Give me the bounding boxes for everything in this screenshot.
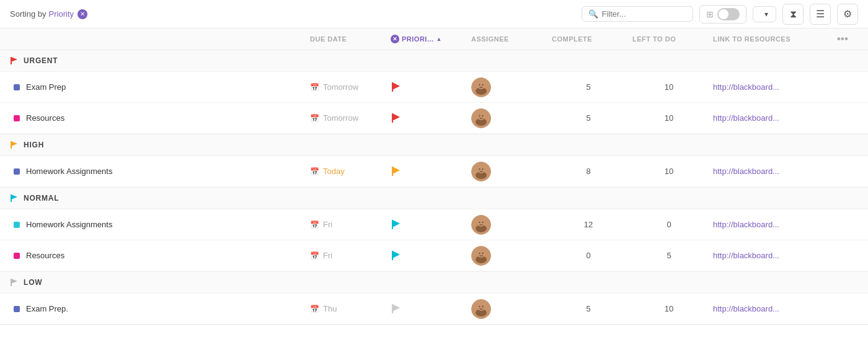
filter-button[interactable]: ⧗ xyxy=(782,4,804,25)
assignee-cell xyxy=(467,295,548,323)
more-cols-icon[interactable]: ••• xyxy=(837,33,848,45)
remove-sort-button[interactable]: ✕ xyxy=(78,9,87,19)
svg-point-7 xyxy=(479,84,480,85)
left-to-do-cell: 0 xyxy=(629,216,709,233)
link-cell[interactable]: http://blackboard... xyxy=(709,247,833,264)
group-header-urgent[interactable]: URGENT xyxy=(0,50,868,72)
group-flag-icon xyxy=(10,278,19,287)
svg-point-31 xyxy=(477,219,485,227)
gear-icon: ⚙ xyxy=(843,8,852,20)
row-more-button[interactable] xyxy=(833,253,858,258)
column-headers: DUE DATE ✕ PRIORI... ▲ ASSIGNEE COMPLETE… xyxy=(0,28,868,50)
due-date-value: Thu xyxy=(323,304,337,313)
col-more: ••• xyxy=(833,28,858,50)
priority-cell xyxy=(387,300,467,318)
due-date-cell: 📅 Fri xyxy=(306,216,387,233)
task-name: Exam Prep. xyxy=(26,304,68,313)
assignee-cell xyxy=(467,158,548,185)
group-flag-icon xyxy=(10,141,19,149)
group-flag-icon xyxy=(10,194,19,203)
task-name: Homework Assignments xyxy=(26,167,112,176)
group-header-low[interactable]: LOW xyxy=(0,272,868,294)
priority-flag-icon xyxy=(391,113,402,124)
svg-point-14 xyxy=(479,115,480,116)
col-link-to-resources[interactable]: LINK TO RESOURCES xyxy=(709,28,833,50)
table-row[interactable]: Homework Assignments 📅 Fri 12 0 ht xyxy=(0,209,868,240)
group-label: HIGH xyxy=(24,141,44,149)
col-complete[interactable]: COMPLETE xyxy=(548,28,629,50)
priority-cell xyxy=(387,109,467,128)
col-due-date[interactable]: DUE DATE xyxy=(306,28,387,50)
left-to-do-cell: 5 xyxy=(629,247,709,264)
settings-button[interactable]: ⚙ xyxy=(837,4,858,25)
sort-priority-label: Priority xyxy=(49,9,74,19)
table-row[interactable]: Exam Prep. 📅 Thu 5 10 http://black xyxy=(0,294,868,325)
calendar-icon: 📅 xyxy=(310,83,319,92)
filter-input[interactable] xyxy=(602,9,686,19)
svg-rect-35 xyxy=(392,251,393,260)
row-more-button[interactable] xyxy=(833,116,858,121)
topbar-actions: 🔍 ⊞ ▾ ⧗ ☰ ⚙ xyxy=(582,4,859,25)
group-header-high[interactable]: HIGH xyxy=(0,134,868,156)
row-more-button[interactable] xyxy=(833,222,858,227)
row-more-button[interactable] xyxy=(833,169,858,174)
svg-point-24 xyxy=(482,168,484,170)
assignee-cell xyxy=(467,242,548,269)
filter-input-wrap[interactable]: 🔍 xyxy=(582,6,693,22)
svg-point-47 xyxy=(477,303,485,311)
svg-marker-18 xyxy=(392,167,400,174)
row-more-button[interactable] xyxy=(833,307,858,312)
due-date-value: Today xyxy=(323,167,345,176)
task-name-cell: Resources xyxy=(10,107,306,129)
svg-point-40 xyxy=(482,253,484,254)
svg-rect-28 xyxy=(392,220,393,229)
link-cell[interactable]: http://blackboard... xyxy=(709,110,833,126)
table-row[interactable]: Exam Prep 📅 Tomorrow 5 10 http://b xyxy=(0,72,868,103)
group-header-normal[interactable]: NORMAL xyxy=(0,188,868,209)
table-row[interactable]: Resources 📅 Tomorrow 5 10 http://b xyxy=(0,103,868,134)
svg-marker-16 xyxy=(11,141,17,146)
table-row[interactable]: Resources 📅 Fri 0 5 http://blackbo xyxy=(0,240,868,271)
svg-point-23 xyxy=(479,168,480,170)
col-left-to-do[interactable]: LEFT TO DO xyxy=(629,28,709,50)
priority-flag-icon xyxy=(391,166,402,177)
left-to-do-cell: 10 xyxy=(629,300,709,317)
table-row[interactable]: Homework Assignments 📅 Today 8 10 xyxy=(0,156,868,187)
task-dot xyxy=(14,253,20,259)
complete-cell: 5 xyxy=(548,110,629,126)
svg-point-32 xyxy=(479,222,480,223)
due-date-cell: 📅 Tomorrow xyxy=(306,79,387,95)
due-date-value: Tomorrow xyxy=(323,113,358,123)
sort-indicator: Sorting by Priority ✕ xyxy=(10,9,87,19)
svg-marker-2 xyxy=(392,82,400,90)
link-cell[interactable]: http://blackboard... xyxy=(709,216,833,233)
group-label: LOW xyxy=(24,278,42,287)
svg-marker-43 xyxy=(392,304,400,312)
svg-point-13 xyxy=(477,113,485,120)
row-more-button[interactable] xyxy=(833,85,858,90)
svg-point-15 xyxy=(482,115,484,116)
task-dot xyxy=(14,115,20,121)
group-flag-icon xyxy=(10,56,19,65)
view-button[interactable]: ☰ xyxy=(810,4,831,25)
priority-flag-icon xyxy=(391,219,402,230)
link-cell[interactable]: http://blackboard... xyxy=(709,163,833,180)
link-cell[interactable]: http://blackboard... xyxy=(709,79,833,95)
svg-point-38 xyxy=(477,250,485,258)
calendar-icon: 📅 xyxy=(310,305,319,313)
toggle-button[interactable] xyxy=(717,8,740,20)
priority-cell xyxy=(387,246,467,265)
priority-sort-icon: ✕ xyxy=(391,35,399,43)
left-to-do-cell: 10 xyxy=(629,79,709,95)
search-icon: 🔍 xyxy=(588,9,598,19)
col-priority[interactable]: ✕ PRIORI... ▲ xyxy=(387,28,467,50)
complete-cell: 8 xyxy=(548,163,629,180)
svg-point-39 xyxy=(479,253,480,254)
status-button[interactable]: ▾ xyxy=(753,6,777,22)
link-cell[interactable]: http://blackboard... xyxy=(709,300,833,317)
task-name-cell: Homework Assignments xyxy=(10,214,306,235)
task-dot xyxy=(14,168,20,175)
svg-marker-0 xyxy=(11,57,17,62)
assignee-cell xyxy=(467,211,548,238)
col-assignee[interactable]: ASSIGNEE xyxy=(467,28,548,50)
